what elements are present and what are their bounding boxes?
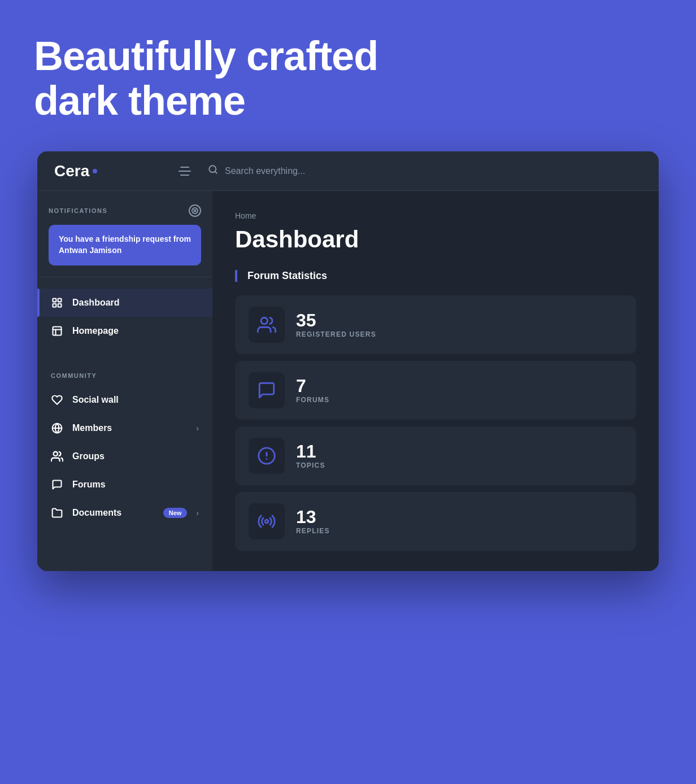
sidebar-item-label: Dashboard [72, 298, 199, 308]
stat-cards: 35 REGISTERED USERS 7 FORUMS [235, 295, 636, 551]
hamburger-line [180, 175, 189, 176]
broadcast-stat-icon [257, 512, 276, 531]
hamburger-line [179, 171, 191, 172]
svg-rect-7 [53, 303, 56, 307]
stat-info: 13 REPLIES [296, 508, 330, 535]
stat-info: 11 TOPICS [296, 442, 325, 469]
hero-section: Beautifully crafted dark theme [23, 34, 644, 123]
hamburger-button[interactable] [179, 167, 191, 176]
users-stat-icon [257, 315, 276, 334]
search-icon [208, 164, 218, 177]
notifications-panel: NOTIFICATIONS You have a friendship requ… [37, 191, 212, 277]
stat-icon-box [249, 438, 285, 474]
forum-stats-section: Forum Statistics [235, 270, 636, 282]
notifications-close-button[interactable] [189, 204, 201, 217]
svg-rect-9 [53, 326, 62, 335]
sidebar-item-label: Forums [72, 480, 199, 490]
svg-point-19 [265, 520, 268, 524]
notification-card: You have a friendship request from Antwa… [49, 225, 201, 265]
users-icon [51, 450, 63, 463]
sidebar-item-label: Social wall [72, 395, 199, 405]
search-area: Search everything... [208, 164, 642, 177]
heart-icon [51, 394, 63, 406]
svg-point-14 [54, 451, 58, 455]
nav-section-main: Dashboard Homepage [37, 277, 212, 356]
folder-icon [51, 507, 63, 519]
sidebar-item-label: Groups [72, 451, 199, 461]
stat-label: TOPICS [296, 461, 325, 469]
svg-rect-5 [53, 298, 56, 302]
sidebar-item-label: Documents [72, 508, 154, 518]
sidebar-item-label: Members [72, 423, 187, 433]
stat-card-users: 35 REGISTERED USERS [235, 295, 636, 354]
stat-card-replies: 13 REPLIES [235, 492, 636, 551]
chat-icon [51, 478, 63, 491]
stat-label: REGISTERED USERS [296, 330, 376, 338]
notifications-title: NOTIFICATIONS [49, 207, 107, 214]
sidebar-item-social-wall[interactable]: Social wall [37, 386, 212, 414]
main-layout: NOTIFICATIONS You have a friendship requ… [37, 191, 659, 571]
stat-card-forums: 7 FORUMS [235, 361, 636, 420]
page-title: Dashboard [235, 226, 636, 253]
stat-card-topics: 11 TOPICS [235, 426, 636, 485]
svg-rect-6 [58, 298, 62, 302]
chat-stat-icon [257, 381, 276, 400]
stat-icon-box [249, 372, 285, 408]
sidebar-item-forums[interactable]: Forums [37, 471, 212, 499]
sidebar-item-homepage[interactable]: Homepage [37, 317, 212, 345]
stat-info: 35 REGISTERED USERS [296, 311, 376, 338]
sidebar-item-label: Homepage [72, 326, 199, 336]
chevron-right-icon: › [196, 424, 199, 433]
sidebar-item-documents[interactable]: Documents New › [37, 499, 212, 527]
top-bar: Cera Search everything... [37, 151, 659, 191]
stat-label: FORUMS [296, 396, 329, 404]
new-badge: New [163, 508, 188, 518]
stat-number: 35 [296, 311, 376, 329]
hamburger-line [180, 167, 189, 168]
app-window: Cera Search everything... NOTIFICATIONS [37, 151, 659, 571]
logo: Cera [54, 162, 179, 180]
svg-line-1 [215, 172, 216, 173]
stat-number: 11 [296, 442, 325, 460]
stat-label: REPLIES [296, 527, 330, 535]
stat-icon-box [249, 307, 285, 343]
notifications-header: NOTIFICATIONS [49, 204, 201, 217]
breadcrumb: Home [235, 211, 636, 220]
forum-stats-title: Forum Statistics [247, 270, 327, 281]
sidebar-item-groups[interactable]: Groups [37, 442, 212, 471]
hero-title: Beautifully crafted dark theme [34, 34, 644, 123]
svg-point-15 [261, 318, 267, 324]
chevron-right-icon: › [196, 508, 199, 517]
sidebar-item-members[interactable]: Members › [37, 414, 212, 442]
sidebar-item-dashboard[interactable]: Dashboard [37, 289, 212, 317]
sidebar: NOTIFICATIONS You have a friendship requ… [37, 191, 212, 571]
svg-rect-8 [58, 303, 62, 307]
search-placeholder[interactable]: Search everything... [225, 166, 305, 176]
layout-icon [51, 325, 63, 337]
stat-number: 13 [296, 508, 330, 526]
content-area: Home Dashboard Forum Statistics [212, 191, 659, 571]
community-section-label: COMMUNITY [37, 372, 212, 379]
grid-icon [51, 297, 63, 309]
stat-number: 7 [296, 377, 329, 395]
exclamation-stat-icon [257, 446, 276, 465]
globe-icon [51, 422, 63, 434]
stat-icon-box [249, 503, 285, 539]
logo-dot [93, 169, 97, 173]
nav-section-community: COMMUNITY Social wall [37, 356, 212, 538]
stat-info: 7 FORUMS [296, 377, 329, 404]
